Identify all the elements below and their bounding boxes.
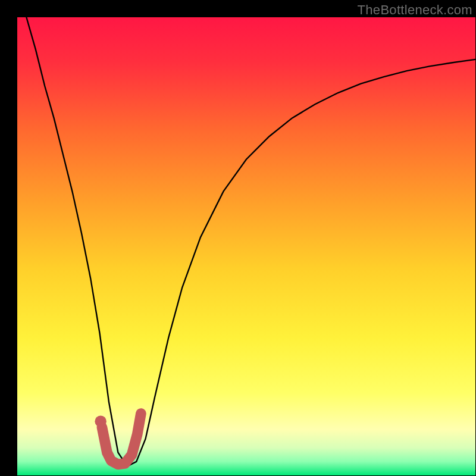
watermark-text: TheBottleneck.com — [358, 2, 472, 18]
plot-area — [17, 17, 475, 475]
curves-layer — [17, 17, 475, 475]
j-marker-dot — [95, 415, 106, 427]
bottleneck-curve — [26, 17, 475, 466]
chart-stage: TheBottleneck.com — [0, 0, 476, 476]
